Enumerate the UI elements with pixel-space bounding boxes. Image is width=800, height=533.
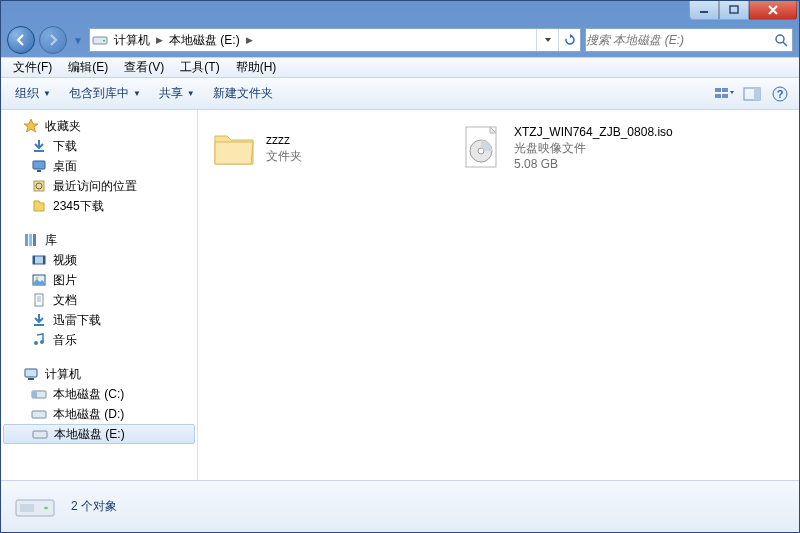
details-text: 2 个对象	[71, 498, 117, 515]
sidebar-item-thunder[interactable]: 迅雷下载	[1, 310, 197, 330]
svg-rect-6	[715, 88, 721, 92]
share-button[interactable]: 共享▼	[151, 81, 203, 106]
recent-icon	[31, 178, 47, 194]
item-type: 文件夹	[266, 148, 302, 164]
download-icon	[31, 138, 47, 154]
organize-button[interactable]: 组织▼	[7, 81, 59, 106]
window-controls	[689, 1, 797, 20]
chevron-right-icon[interactable]: ▶	[154, 35, 165, 45]
svg-rect-20	[29, 234, 32, 246]
sidebar-head-libraries[interactable]: 库	[1, 230, 197, 250]
sidebar-item-documents[interactable]: 文档	[1, 290, 197, 310]
sidebar-item-label: 下载	[53, 138, 77, 155]
svg-rect-15	[33, 161, 45, 169]
body: 收藏夹 下载 桌面 最近访问的位置 2345下载	[1, 110, 799, 480]
svg-rect-27	[35, 294, 43, 306]
forward-button[interactable]	[39, 26, 67, 54]
list-item[interactable]: XTZJ_WIN764_ZJB_0808.iso 光盘映像文件 5.08 GB	[454, 120, 702, 177]
chevron-down-icon: ▼	[133, 89, 141, 98]
sidebar-item-label: 桌面	[53, 158, 77, 175]
svg-line-5	[783, 42, 787, 46]
explorer-window: ▼ 计算机 ▶ 本地磁盘 (E:) ▶ 文件(F) 编辑(E) 查看(V) 工具…	[0, 0, 800, 533]
sidebar-group-libraries: 库 视频 图片 文档 迅雷下载	[1, 230, 197, 350]
sidebar-item-downloads[interactable]: 下载	[1, 136, 197, 156]
svg-rect-23	[33, 256, 35, 264]
svg-point-32	[34, 341, 38, 345]
preview-pane-button[interactable]	[739, 82, 765, 106]
svg-rect-35	[28, 378, 34, 380]
list-item[interactable]: zzzz 文件夹	[206, 120, 454, 176]
breadcrumb-drive-e[interactable]: 本地磁盘 (E:)	[165, 32, 244, 49]
svg-rect-37	[32, 391, 37, 398]
sidebar-group-computer: 计算机 本地磁盘 (C:) 本地磁盘 (D:) 本地磁盘 (E:)	[1, 364, 197, 444]
drive-icon	[13, 487, 57, 527]
sidebar-item-label: 图片	[53, 272, 77, 289]
sidebar-item-drive-d[interactable]: 本地磁盘 (D:)	[1, 404, 197, 424]
sidebar-item-desktop[interactable]: 桌面	[1, 156, 197, 176]
menu-view[interactable]: 查看(V)	[116, 57, 172, 78]
menu-edit[interactable]: 编辑(E)	[60, 57, 116, 78]
details-pane: 2 个对象	[1, 480, 799, 532]
svg-rect-19	[25, 234, 28, 246]
svg-rect-38	[32, 411, 46, 418]
svg-rect-16	[37, 170, 41, 172]
sidebar-item-label: 最近访问的位置	[53, 178, 137, 195]
drive-icon	[90, 34, 110, 46]
svg-rect-9	[722, 94, 728, 98]
view-options-button[interactable]	[711, 82, 737, 106]
search-icon[interactable]	[770, 33, 792, 47]
back-button[interactable]	[7, 26, 35, 54]
drive-icon	[32, 426, 48, 442]
svg-point-42	[478, 148, 484, 154]
item-name: zzzz	[266, 132, 302, 148]
sidebar-item-recent[interactable]: 最近访问的位置	[1, 176, 197, 196]
computer-icon	[23, 366, 39, 382]
help-button[interactable]: ?	[767, 82, 793, 106]
sidebar-item-label: 视频	[53, 252, 77, 269]
maximize-button[interactable]	[719, 1, 749, 20]
svg-rect-39	[33, 431, 47, 438]
file-list[interactable]: zzzz 文件夹 XTZJ_WIN764_ZJB_0808.iso	[198, 110, 799, 480]
address-dropdown[interactable]	[536, 29, 558, 51]
menu-file[interactable]: 文件(F)	[5, 57, 60, 78]
sidebar-item-drive-e[interactable]: 本地磁盘 (E:)	[3, 424, 195, 444]
nav-pane[interactable]: 收藏夹 下载 桌面 最近访问的位置 2345下载	[1, 110, 198, 480]
sidebar-label: 收藏夹	[45, 118, 81, 135]
desktop-icon	[31, 158, 47, 174]
svg-rect-1	[730, 6, 738, 13]
disc-image-icon	[458, 124, 506, 172]
include-in-library-button[interactable]: 包含到库中▼	[61, 81, 149, 106]
menu-help[interactable]: 帮助(H)	[228, 57, 285, 78]
svg-point-33	[40, 340, 44, 344]
sidebar-head-favorites[interactable]: 收藏夹	[1, 116, 197, 136]
nav-history-dropdown[interactable]: ▼	[71, 29, 85, 51]
address-bar[interactable]: 计算机 ▶ 本地磁盘 (E:) ▶	[89, 28, 581, 52]
sidebar-item-drive-c[interactable]: 本地磁盘 (C:)	[1, 384, 197, 404]
breadcrumb-computer[interactable]: 计算机	[110, 32, 154, 49]
sidebar-item-label: 本地磁盘 (E:)	[54, 426, 125, 443]
svg-rect-8	[715, 94, 721, 98]
chevron-right-icon[interactable]: ▶	[244, 35, 255, 45]
video-icon	[31, 252, 47, 268]
item-size: 5.08 GB	[514, 156, 673, 172]
svg-rect-7	[722, 88, 728, 92]
svg-point-44	[44, 506, 48, 508]
minimize-button[interactable]	[689, 1, 719, 20]
nav-row: ▼ 计算机 ▶ 本地磁盘 (E:) ▶	[1, 23, 799, 57]
close-button[interactable]	[749, 1, 797, 20]
sidebar-item-music[interactable]: 音乐	[1, 330, 197, 350]
sidebar-item-2345[interactable]: 2345下载	[1, 196, 197, 216]
sidebar-item-videos[interactable]: 视频	[1, 250, 197, 270]
svg-rect-11	[754, 88, 760, 100]
sidebar-item-label: 2345下载	[53, 198, 104, 215]
picture-icon	[31, 272, 47, 288]
menu-tools[interactable]: 工具(T)	[172, 57, 227, 78]
refresh-button[interactable]	[558, 29, 580, 51]
sidebar-head-computer[interactable]: 计算机	[1, 364, 197, 384]
search-input[interactable]	[586, 33, 770, 47]
titlebar	[1, 1, 799, 23]
svg-rect-3	[103, 40, 105, 42]
new-folder-button[interactable]: 新建文件夹	[205, 81, 281, 106]
sidebar-item-pictures[interactable]: 图片	[1, 270, 197, 290]
search-bar[interactable]	[585, 28, 793, 52]
